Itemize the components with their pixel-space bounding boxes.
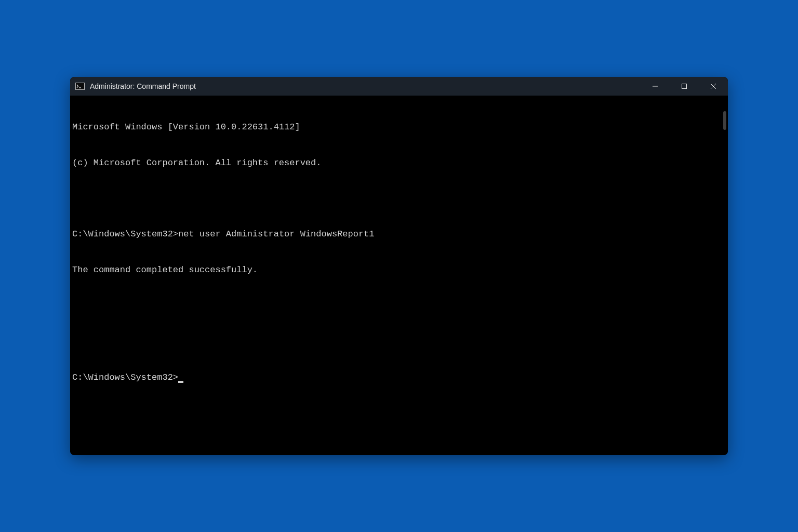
cmd-icon [75, 83, 85, 90]
svg-rect-3 [682, 84, 687, 89]
terminal-prompt: C:\Windows\System32> [72, 229, 178, 239]
titlebar[interactable]: Administrator: Command Prompt [70, 77, 728, 96]
terminal-blank [72, 193, 726, 205]
svg-rect-0 [76, 83, 85, 90]
minimize-button[interactable] [641, 77, 670, 96]
terminal-output: The command completed successfully. [72, 264, 726, 276]
maximize-button[interactable] [670, 77, 699, 96]
terminal-prompt: C:\Windows\System32> [72, 373, 178, 382]
terminal-blank [72, 336, 726, 348]
terminal-command-line: C:\Windows\System32>net user Administrat… [72, 229, 726, 241]
cursor-icon [178, 381, 183, 383]
terminal-line: Microsoft Windows [Version 10.0.22631.41… [72, 122, 726, 134]
terminal-prompt-line: C:\Windows\System32> [72, 372, 726, 384]
terminal-line: (c) Microsoft Corporation. All rights re… [72, 157, 726, 169]
terminal-content[interactable]: Microsoft Windows [Version 10.0.22631.41… [70, 96, 728, 455]
terminal-blank [72, 300, 726, 312]
window-title: Administrator: Command Prompt [90, 82, 641, 90]
command-prompt-window: Administrator: Command Prompt Microsoft [70, 77, 728, 455]
close-button[interactable] [699, 77, 728, 96]
terminal-command: net user Administrator WindowsReport1 [178, 229, 374, 239]
scrollbar-thumb[interactable] [723, 111, 726, 130]
window-controls [641, 77, 728, 96]
